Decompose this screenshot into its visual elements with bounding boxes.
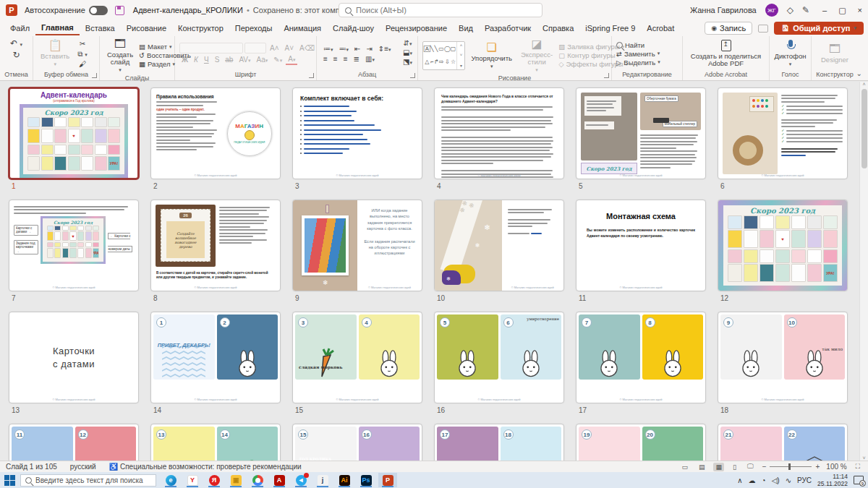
normal-view-button[interactable]: ▤ (697, 463, 707, 471)
zoom-slider-thumb[interactable] (788, 463, 791, 470)
slide-thumbnail-20[interactable]: 13 14 © Магазин педагогических идей (150, 424, 281, 461)
slide-thumbnail-4[interactable]: Чем календарь ожидания Нового Года в кла… (434, 87, 564, 179)
tab-help[interactable]: Справка (537, 22, 579, 35)
increase-indent-button[interactable]: ⇥ (364, 44, 374, 53)
decrease-font-button[interactable]: A˅ (283, 43, 297, 53)
columns-button[interactable]: ▥▾ (363, 54, 377, 64)
slide-thumbnail-21[interactable]: 15 ГОД КРОЛИКА 16 © Магазин педагогическ… (292, 424, 422, 461)
slide-thumbnail-23[interactable]: 19 20 © Магазин педагогических идей (576, 424, 706, 461)
taskbar-search-input[interactable]: Введите здесь текст для поиска (20, 474, 156, 487)
section-button[interactable]: ▦ Раздел ▾ (139, 60, 175, 68)
designer-button[interactable]: 🗔 Designer (818, 43, 851, 64)
create-pdf-button[interactable]: Создать и поделиться Adobe PDF (686, 40, 767, 67)
slide-thumbnail-8[interactable]: 26 Создайте волшебное новогоднее дерево … (150, 200, 281, 291)
quick-styles-button[interactable]: ◪ Экспресс-стили▾ (518, 38, 556, 72)
tab-ispring[interactable]: iSpring Free 9 (579, 22, 641, 35)
italic-button[interactable]: К (192, 55, 200, 64)
arrange-button[interactable]: ❏ Упорядочить▾ (468, 42, 515, 69)
slide-sorter-view-button[interactable]: ▦ (713, 463, 724, 471)
slide-thumbnail-14[interactable]: 1ПРИВЕТ, ДЕКАБРЬ! 2 © Магазин педагогиче… (150, 312, 281, 403)
align-left-button[interactable]: ≡ (321, 54, 330, 64)
reading-view-button[interactable]: ▯ (731, 463, 739, 471)
justify-button[interactable]: ≣ (352, 54, 362, 64)
shadow-button[interactable]: S (213, 55, 222, 64)
scrollbar-thumb[interactable] (861, 89, 867, 168)
illustrator-icon[interactable]: Ai (335, 473, 354, 487)
slide-thumbnail-3[interactable]: Комплект включает в себя: © Магазин педа… (292, 87, 422, 179)
paste-button[interactable]: 📋 Вставить▾ (38, 40, 72, 67)
zoom-in-icon[interactable]: + (815, 463, 820, 471)
align-text-button[interactable]: ⬓▾ (401, 48, 414, 57)
font-name-combo[interactable] (179, 43, 243, 53)
tab-animations[interactable]: Анимация (278, 22, 327, 35)
pen-mode-icon[interactable]: ✎ (802, 5, 809, 15)
slide-thumbnail-2[interactable]: Правила использования один учитель – оди… (150, 87, 281, 179)
autosave-toggle[interactable] (89, 6, 108, 15)
tab-view[interactable]: Вид (453, 22, 479, 35)
fit-to-window-icon[interactable]: ⛶ (854, 462, 862, 471)
powerpoint-taskbar-icon[interactable]: P (378, 473, 397, 487)
save-icon[interactable] (115, 6, 124, 15)
maximize-button[interactable]: ▢ (838, 6, 846, 15)
slide-thumbnail-22[interactable]: 17 18 © Магазин педагогических идей (434, 424, 564, 461)
language-indicator[interactable]: русский (70, 463, 96, 471)
tab-developer[interactable]: Разработчик (479, 22, 537, 35)
numbering-button[interactable]: ≕▾ (337, 44, 352, 53)
edge-icon[interactable]: e (161, 473, 180, 487)
increase-font-button[interactable]: A˄ (268, 43, 281, 53)
select-button[interactable]: ▷ Выделить ▾ (616, 59, 660, 67)
tab-design[interactable]: Конструктор (172, 22, 229, 35)
zoom-slider[interactable]: − + (762, 463, 820, 471)
char-spacing-button[interactable]: AV▾ (237, 55, 252, 64)
tab-insert[interactable]: Вставка (80, 22, 121, 35)
cut-button[interactable]: ✂ (75, 39, 89, 48)
format-painter-button[interactable]: 🖌 (75, 59, 89, 69)
clock[interactable]: 11:14 25.11.2022 (817, 473, 848, 487)
align-center-button[interactable]: ≡ (331, 54, 340, 64)
keyboard-language[interactable]: РУС (797, 476, 812, 484)
slide-thumbnail-10[interactable]: ❄ ❄ ❄ ❄ ❄ ❄ © Магазин педагогических иде… (434, 200, 564, 291)
close-button[interactable]: × (858, 6, 862, 15)
tray-app-icon[interactable]: ◔ (762, 476, 766, 484)
tab-review[interactable]: Рецензирование (380, 22, 453, 35)
acrobat-icon[interactable]: A (270, 473, 289, 487)
align-right-button[interactable]: ≡ (341, 54, 350, 64)
redo-button[interactable]: ↻ (10, 50, 22, 61)
strikethrough-button[interactable]: ab (223, 55, 235, 64)
scroll-up-icon[interactable]: ˄ (862, 82, 865, 87)
find-button[interactable]: Найти (616, 41, 644, 49)
slide-thumbnail-9[interactable]: ❄ ИЛИ когда задание выполнено, на место … (292, 200, 422, 291)
undo-button[interactable]: ↶ ▾ (8, 38, 25, 49)
tab-draw[interactable]: Рисование (121, 22, 172, 35)
new-slide-button[interactable]: 🗔 Создать слайд▾ (104, 38, 136, 72)
layout-button[interactable]: ▤ Макет ▾ (139, 43, 171, 51)
slide-thumbnail-17[interactable]: 7 8 © Магазин педагогических идей (576, 312, 706, 403)
slideshow-view-button[interactable]: 🖵 (745, 462, 756, 471)
font-size-combo[interactable] (244, 43, 266, 53)
bold-button[interactable]: Ж (179, 55, 190, 64)
user-name[interactable]: Жанна Гаврилова (690, 6, 757, 14)
tray-link-icon[interactable]: ∿ (786, 476, 791, 484)
highlight-color-button[interactable]: ✎▾ (271, 55, 284, 64)
document-title[interactable]: Адвент-календарь_КРОЛИКИ • Сохранено в: … (133, 6, 370, 14)
font-dialog-launcher[interactable] (309, 73, 314, 78)
dictate-button[interactable]: Диктофон▾ (772, 40, 809, 67)
chrome-icon[interactable] (248, 473, 267, 487)
smartart-convert-button[interactable]: ⬔▾ (401, 57, 414, 67)
app-j-icon[interactable]: j (313, 473, 332, 487)
accessibility-status[interactable]: ♿ Специальные возможности: проверьте рек… (109, 463, 302, 471)
drawing-dialog-launcher[interactable] (604, 73, 609, 78)
underline-button[interactable]: Ч (202, 55, 211, 64)
line-spacing-button[interactable]: ⇕≡▾ (376, 44, 393, 53)
slide-thumbnail-12[interactable]: Скоро 2023 год ♥УРА! (718, 200, 848, 291)
photoshop-icon[interactable]: Ps (357, 473, 375, 487)
onedrive-icon[interactable]: ☁ (749, 476, 756, 484)
decrease-indent-button[interactable]: ⇤ (352, 44, 362, 53)
start-button[interactable] (4, 475, 15, 486)
tab-file[interactable]: Файл (4, 22, 35, 35)
copy-button[interactable]: ⧉ ▾ (75, 49, 89, 59)
bullets-button[interactable]: ≔▾ (321, 44, 336, 53)
autosave-control[interactable]: Автосохранение (25, 6, 108, 15)
yandex-icon[interactable]: Y (183, 473, 202, 487)
clipboard-dialog-launcher[interactable] (92, 73, 97, 78)
